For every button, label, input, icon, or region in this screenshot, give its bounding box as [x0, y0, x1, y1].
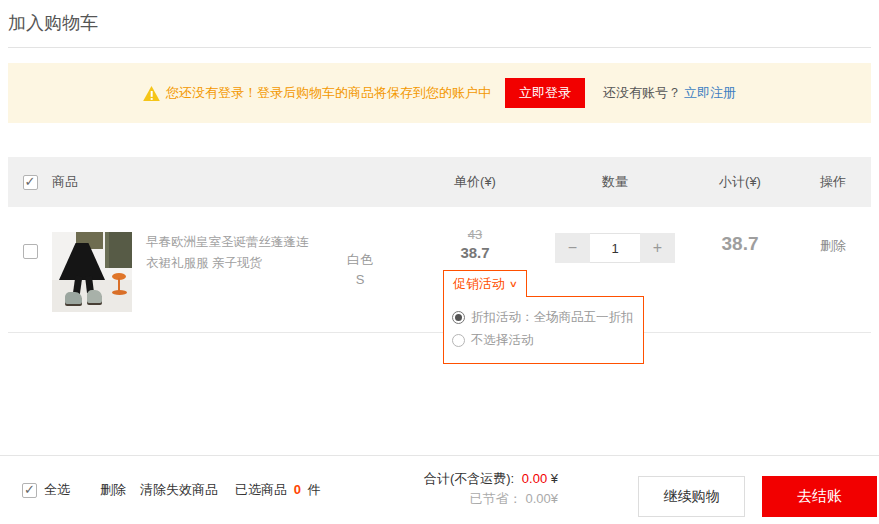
register-link[interactable]: 立即注册: [684, 84, 736, 102]
image-boot-shape: [87, 290, 102, 303]
total-currency: ¥: [551, 471, 558, 486]
item-checkbox-cell: [8, 207, 52, 259]
checkout-button[interactable]: 去结账: [762, 476, 877, 517]
promo-option-discount[interactable]: 折扣活动：全场商品五一折扣: [452, 309, 635, 326]
item-size: S: [315, 270, 405, 290]
totals-block: 合计(不含运费): 0.00 ¥ 已节省： 0.00¥: [424, 469, 558, 509]
image-cabinet-side-shape: [105, 232, 109, 268]
item-subtotal: 38.7: [685, 207, 795, 255]
image-stool-base-shape: [112, 290, 127, 295]
item-checkbox[interactable]: [23, 244, 38, 259]
total-line: 合计(不含运费): 0.00 ¥: [424, 469, 558, 489]
promotion-button-label: 促销活动: [453, 275, 505, 293]
cart-table-header: 商品 单价(¥) 数量 小计(¥) 操作: [8, 157, 871, 207]
promo-option-none[interactable]: 不选择活动: [452, 332, 635, 349]
total-value: 0.00: [522, 471, 547, 486]
promotion-button[interactable]: 促销活动 ∨: [443, 270, 527, 297]
product-name[interactable]: 早春欧洲皇室圣诞蕾丝蓬蓬连衣裙礼服服 亲子现货: [146, 232, 314, 312]
delete-item-link[interactable]: 删除: [820, 238, 846, 253]
image-cabinet-shape: [109, 232, 132, 268]
promotion-panel: 折扣活动：全场商品五一折扣 不选择活动: [443, 296, 644, 364]
saved-line: 已节省： 0.00¥: [424, 489, 558, 509]
cart-footer-bar: 全选 删除 清除失效商品 已选商品 0 件 合计(不含运费): 0.00 ¥ 已…: [0, 455, 879, 524]
quantity-input[interactable]: [590, 233, 640, 263]
item-color: 白色: [315, 250, 405, 270]
header-checkbox-cell: [8, 175, 52, 190]
selected-count-text: 已选商品 0 件: [235, 481, 320, 499]
header-subtotal: 小计(¥): [685, 173, 795, 191]
select-all-checkbox-header[interactable]: [23, 175, 38, 190]
continue-shopping-button[interactable]: 继续购物: [638, 476, 745, 517]
product-image: [52, 232, 132, 312]
item-product-cell: 早春欧洲皇室圣诞蕾丝蓬蓬连衣裙礼服服 亲子现货: [52, 207, 315, 312]
page-title: 加入购物车: [8, 11, 871, 35]
promo-option-label: 不选择活动: [471, 332, 534, 349]
original-price: 43: [405, 227, 545, 242]
saved-value: 0.00¥: [525, 491, 558, 506]
quantity-increase-button[interactable]: +: [640, 233, 675, 263]
login-now-button[interactable]: 立即登录: [505, 78, 585, 108]
header-quantity: 数量: [545, 173, 685, 191]
select-all-label[interactable]: 全选: [44, 481, 70, 499]
saved-label: 已节省：: [470, 491, 522, 506]
selected-suffix: 件: [307, 482, 320, 497]
header-unit-price: 单价(¥): [405, 173, 545, 191]
cart-item-row: 早春欧洲皇室圣诞蕾丝蓬蓬连衣裙礼服服 亲子现货 白色 S 43 38.7 − +…: [8, 207, 871, 333]
chevron-down-icon: ∨: [509, 279, 518, 289]
header-product: 商品: [52, 173, 315, 191]
page-header: 加入购物车: [8, 0, 871, 48]
selected-prefix: 已选商品: [235, 482, 287, 497]
delete-selected-link[interactable]: 删除: [100, 481, 126, 499]
select-all-checkbox[interactable]: [22, 483, 37, 498]
cart-page: 加入购物车 您还没有登录！登录后购物车的商品将保存到您的账户中 立即登录 还没有…: [0, 0, 879, 333]
item-quantity-cell: − +: [545, 207, 685, 263]
item-action-cell: 删除: [795, 207, 871, 255]
selected-count: 0: [294, 482, 301, 497]
login-message: 您还没有登录！登录后购物车的商品将保存到您的账户中: [166, 84, 491, 102]
promotion-dropdown: 促销活动 ∨ 折扣活动：全场商品五一折扣 不选择活动: [443, 270, 527, 297]
header-action: 操作: [795, 173, 871, 191]
warning-icon: [143, 86, 160, 101]
current-price: 38.7: [405, 244, 545, 261]
item-attrs-cell: 白色 S: [315, 207, 405, 290]
radio-selected-icon: [452, 311, 465, 324]
quantity-stepper: − +: [555, 233, 675, 263]
total-label: 合计(不含运费):: [424, 471, 514, 486]
no-account-text: 还没有账号？: [603, 84, 681, 102]
clear-invalid-link[interactable]: 清除失效商品: [140, 481, 218, 499]
quantity-decrease-button[interactable]: −: [555, 233, 590, 263]
promo-option-label: 折扣活动：全场商品五一折扣: [471, 309, 634, 326]
radio-unselected-icon: [452, 334, 465, 347]
item-price-cell: 43 38.7: [405, 207, 545, 261]
login-banner: 您还没有登录！登录后购物车的商品将保存到您的账户中 立即登录 还没有账号？ 立即…: [8, 63, 871, 123]
image-boot-shape: [65, 292, 82, 304]
